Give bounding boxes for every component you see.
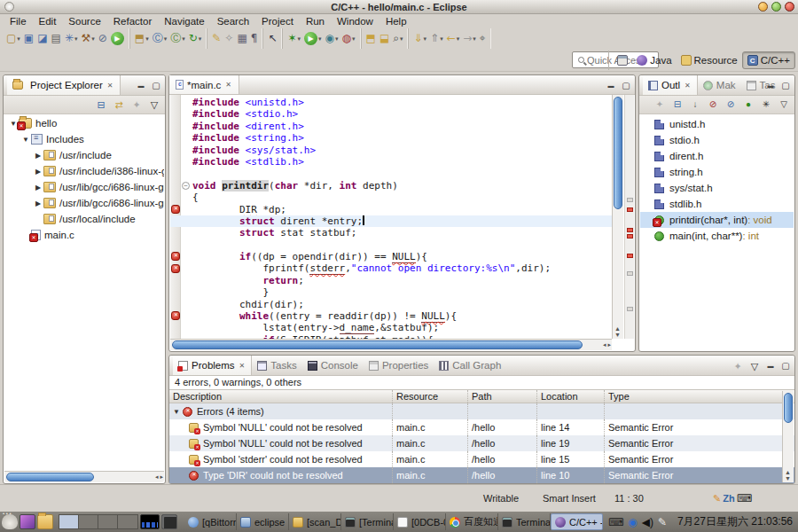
pointer-mode-button[interactable]: ↖ <box>266 29 278 48</box>
volume-icon[interactable]: ◀) <box>642 517 653 528</box>
code-line[interactable]: void printdir(char *dir, int depth) <box>192 180 612 192</box>
code-line[interactable]: #include <string.h> <box>192 132 612 144</box>
perspective-java[interactable]: Java <box>632 51 676 69</box>
outline-item[interactable]: sys/stat.h <box>640 180 794 196</box>
taskbar-window-button[interactable]: Terminal <box>498 513 551 530</box>
outline-item[interactable]: dirent.h <box>640 148 794 164</box>
code-line[interactable] <box>192 168 612 179</box>
new-c-source-file-button[interactable]: Ⓒ▾ <box>168 29 187 48</box>
build-button[interactable]: ⚒▾ <box>79 29 96 48</box>
debug-button[interactable]: ✶▾ <box>286 29 302 48</box>
chevron-down-icon[interactable]: ▾ <box>335 35 339 43</box>
menu-refactor[interactable]: Refactor <box>107 16 158 27</box>
tab-make-targets[interactable]: Mak <box>698 75 741 95</box>
expanded-twistie-icon[interactable]: ▼ <box>173 408 180 416</box>
menu-source[interactable]: Source <box>62 16 106 27</box>
code-line[interactable]: struct stat statbuf; <box>192 227 612 239</box>
window-menu-button[interactable] <box>4 2 14 12</box>
tree-item[interactable]: ▼Includes <box>4 131 164 147</box>
close-icon[interactable]: ✕ <box>224 80 232 90</box>
maximize-view-icon[interactable] <box>779 359 792 372</box>
problems-group-row[interactable]: ▼Errors (4 items) <box>169 403 794 419</box>
collapse-all-icon[interactable]: ⊟ <box>94 98 108 112</box>
pin-editor-button[interactable]: ⌖ <box>478 29 488 48</box>
tree-item[interactable]: /usr/local/include <box>4 211 164 227</box>
new-c-project-button[interactable]: ⬒▾ <box>133 29 151 48</box>
menu-help[interactable]: Help <box>379 16 413 27</box>
error-overview-mark[interactable] <box>627 207 633 212</box>
fold-collapse-icon[interactable]: − <box>182 182 190 190</box>
column-description[interactable]: Description <box>169 390 393 403</box>
chevron-down-icon[interactable]: ▾ <box>91 35 95 43</box>
view-menu-icon[interactable]: ▽ <box>147 98 161 112</box>
perspective-resource[interactable]: Resource <box>677 51 742 69</box>
overview-ruler[interactable] <box>624 95 634 339</box>
chevron-down-icon[interactable]: ▾ <box>352 35 356 43</box>
error-marker-icon[interactable] <box>171 311 180 320</box>
display-settings-icon[interactable] <box>161 514 177 529</box>
annotation-overview-mark[interactable] <box>627 271 633 276</box>
collapsed-twistie-icon[interactable]: ▶ <box>33 200 43 207</box>
expanded-twistie-icon[interactable]: ▼ <box>20 136 31 144</box>
taskbar-window-button[interactable]: [scan_D... <box>289 513 341 530</box>
input-method-indicator[interactable]: ✎ Zh ⌨ <box>713 492 752 505</box>
filters-icon[interactable]: ✦ <box>731 359 745 373</box>
minimize-editor-icon[interactable] <box>605 79 617 91</box>
code-line[interactable] <box>192 239 612 251</box>
minimize-view-icon[interactable] <box>764 79 777 91</box>
taskbar-window-button[interactable]: [qBittorr... <box>184 513 237 530</box>
code-line[interactable]: #include <stdlib.h> <box>192 156 612 168</box>
skip-all-breakpoints-button[interactable]: ⊘ <box>97 29 109 48</box>
maximize-button[interactable] <box>771 2 781 12</box>
gnome-menu-icon[interactable] <box>2 514 18 529</box>
error-marker-icon[interactable] <box>171 264 180 273</box>
problem-row[interactable]: Symbol 'stderr' could not be resolvedmai… <box>169 451 794 467</box>
last-edit-location-button[interactable]: ⇓▾ <box>411 29 428 48</box>
save-all-button[interactable]: ◪ <box>35 29 49 48</box>
show-whitespace-button[interactable]: ¶ <box>249 29 260 48</box>
workspace-switcher[interactable] <box>59 514 138 529</box>
taskbar-window-button[interactable]: 百度知道... <box>446 513 498 530</box>
close-icon[interactable]: ✕ <box>684 81 692 90</box>
editor-vscrollbar[interactable]: ▲▼ <box>612 95 623 339</box>
column-type[interactable]: Type <box>605 390 794 403</box>
code-line[interactable]: #include <unistd.h> <box>192 97 612 108</box>
close-icon[interactable]: ✕ <box>106 81 114 90</box>
code-line[interactable]: fprintf(stderr,"cannot open directory:%s… <box>192 262 612 274</box>
outline-item[interactable]: string.h <box>640 164 794 180</box>
link-with-editor-icon[interactable]: ⇄ <box>112 98 126 112</box>
menu-window[interactable]: Window <box>331 16 379 27</box>
menu-edit[interactable]: Edit <box>33 16 63 27</box>
resume-button[interactable]: ▶ <box>109 29 126 48</box>
chevron-down-icon[interactable]: ▾ <box>74 35 78 43</box>
editor-tab-main-c[interactable]: *main.c ✕ <box>169 75 239 94</box>
error-overview-mark[interactable] <box>627 228 633 232</box>
problems-vscrollbar[interactable]: ▲▼ <box>782 391 794 482</box>
taskbar-window-button[interactable]: eclipse <box>237 513 289 530</box>
maximize-editor-icon[interactable] <box>620 79 632 91</box>
chevron-down-icon[interactable]: ▾ <box>298 35 301 43</box>
menu-project[interactable]: Project <box>255 16 300 27</box>
notes-icon[interactable]: ✎ <box>658 517 667 528</box>
hide-static-members-icon[interactable]: ⊘ <box>724 98 738 112</box>
chevron-down-icon[interactable]: ▾ <box>473 35 476 43</box>
perspective-open-perspective[interactable] <box>613 51 632 69</box>
hide-non-public-members-icon[interactable]: ● <box>741 98 755 112</box>
tab-tasks[interactable]: Tasks <box>252 356 301 375</box>
tree-item[interactable]: ▶/usr/lib/gcc/i686-linux-gnu/4.7/ <box>4 179 164 195</box>
link-with-editor-icon[interactable]: ✳ <box>759 98 773 112</box>
chevron-down-icon[interactable]: ▾ <box>17 35 20 43</box>
view-menu-icon[interactable]: ▽ <box>777 98 791 112</box>
project-explorer-hscrollbar[interactable]: ◂ ▸ <box>4 471 164 482</box>
custom-filters-icon[interactable]: ✦ <box>653 98 667 112</box>
code-line[interactable]: while((entry = readdir(dp)) != NULL){ <box>192 310 612 322</box>
code-line[interactable]: #include <dirent.h> <box>192 121 612 132</box>
workspace-3[interactable] <box>98 515 118 528</box>
minimize-button[interactable] <box>758 2 768 12</box>
maximize-view-icon[interactable] <box>779 79 792 91</box>
back-button[interactable]: ←▾ <box>445 29 462 48</box>
taskbar-clock[interactable]: 7月27日星期六 21:03:56 <box>677 514 793 529</box>
focus-on-active-task-icon[interactable]: ✦ <box>129 98 144 112</box>
code-line[interactable]: if((dp = opendir(dir)) == NULL){ <box>192 251 612 262</box>
taskbar-window-button[interactable]: C/C++ - ... <box>551 513 603 530</box>
